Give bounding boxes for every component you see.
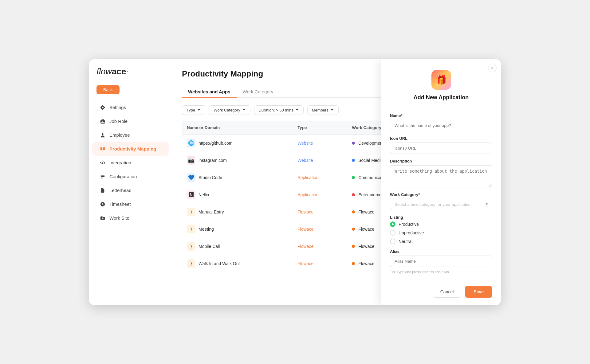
work-category-field-group: Work Category* Select a new category for… bbox=[390, 192, 492, 210]
app-type: Website bbox=[297, 141, 313, 146]
app-type: Website bbox=[297, 158, 313, 163]
productivity-mapping-icon bbox=[100, 146, 106, 152]
tab-work-category[interactable]: Work Category bbox=[237, 86, 280, 98]
sidebar-item-label: Employee bbox=[109, 132, 130, 138]
app-type: Flowace bbox=[297, 244, 313, 249]
chevron-down-icon bbox=[197, 108, 201, 112]
description-label: Description bbox=[390, 159, 492, 163]
cell-name: 📷 instagram.com bbox=[182, 152, 293, 169]
alias-input[interactable] bbox=[390, 256, 492, 267]
sidebar-item-label: Integration bbox=[109, 160, 131, 165]
configuration-icon bbox=[100, 174, 106, 180]
app-type: Flowace bbox=[297, 227, 313, 232]
category-dot bbox=[352, 262, 355, 265]
radio-unproductive[interactable]: Unproductive bbox=[390, 230, 492, 236]
sidebar-item-letterhead[interactable]: Letterhead bbox=[92, 184, 169, 197]
filter-members[interactable]: Members bbox=[307, 105, 339, 115]
radio-label-productive: Productive bbox=[399, 222, 419, 227]
timesheet-icon bbox=[100, 201, 106, 207]
sidebar-item-label: Letterhead bbox=[109, 188, 132, 193]
logo: flowace· bbox=[89, 67, 172, 85]
modal-close-button[interactable]: × bbox=[488, 64, 497, 72]
category-name: Flowace bbox=[358, 261, 374, 266]
filter-type[interactable]: Type bbox=[182, 105, 205, 115]
sidebar-item-work-site[interactable]: Work Site bbox=[92, 211, 169, 225]
app-row-icon: 🌐 bbox=[187, 139, 195, 147]
radio-neutral[interactable]: Neutral bbox=[390, 239, 492, 244]
save-button[interactable]: Save bbox=[465, 286, 492, 298]
radio-label-neutral: Neutral bbox=[399, 239, 412, 244]
category-name: Flowace bbox=[358, 244, 374, 249]
sidebar-item-configuration[interactable]: Configuration bbox=[92, 170, 169, 183]
app-name: Manual Entry bbox=[199, 209, 224, 214]
work-category-select[interactable]: Select a new category for your applicati… bbox=[390, 199, 492, 210]
integration-icon bbox=[100, 160, 106, 166]
tab-websites-apps[interactable]: Websites and Apps bbox=[182, 86, 237, 98]
icon-url-input[interactable] bbox=[390, 143, 492, 154]
app-row-icon: 📷 bbox=[187, 156, 195, 165]
modal-app-icon: 🎁 bbox=[431, 69, 452, 91]
category-dot bbox=[352, 228, 355, 231]
app-row-icon: ⟩ bbox=[187, 259, 195, 268]
category-name: Flowace bbox=[358, 227, 374, 232]
cancel-button[interactable]: Cancel bbox=[433, 286, 462, 298]
category-dot bbox=[352, 159, 355, 162]
app-name: Neflix bbox=[199, 192, 209, 197]
sidebar-item-job-role[interactable]: Job Role bbox=[92, 115, 169, 128]
app-window: flowace· Back Settings Job Role Employee… bbox=[89, 59, 501, 305]
category-name: Social Media bbox=[358, 158, 383, 163]
app-name: Mobile Call bbox=[199, 244, 220, 249]
app-type: Flowace bbox=[297, 261, 313, 266]
chevron-down-icon bbox=[242, 108, 246, 112]
work-site-icon bbox=[100, 215, 106, 221]
sidebar-item-productivity-mapping[interactable]: Productivity Mapping bbox=[92, 142, 169, 156]
description-textarea[interactable] bbox=[390, 165, 492, 187]
app-type: Application bbox=[297, 175, 319, 180]
name-field-group: Name* bbox=[390, 113, 492, 131]
sidebar-item-employee[interactable]: Employee bbox=[92, 128, 169, 142]
cell-name: ⟩ Manual Entry bbox=[182, 203, 293, 221]
category-name: Development bbox=[358, 141, 384, 146]
sidebar-item-label: Timesheet bbox=[109, 202, 131, 207]
nav-menu: Settings Job Role Employee Productivity … bbox=[89, 100, 172, 225]
cell-type: Application bbox=[293, 169, 347, 186]
col-header-name-or-domain: Name or Domain bbox=[182, 121, 293, 135]
radio-circle-neutral bbox=[390, 239, 395, 244]
cell-type: Application bbox=[293, 186, 347, 203]
radio-circle-productive bbox=[390, 221, 395, 227]
filter-duration[interactable]: Duration: > 60 mins bbox=[254, 105, 304, 115]
cell-type: Flowace bbox=[293, 238, 347, 255]
radio-productive[interactable]: Productive bbox=[390, 221, 492, 227]
sidebar-item-settings[interactable]: Settings bbox=[92, 101, 169, 114]
category-dot bbox=[352, 245, 355, 248]
icon-url-label: Icon URL bbox=[390, 136, 492, 141]
description-field-group: Description bbox=[390, 159, 492, 187]
app-name: Studio Code bbox=[199, 175, 222, 180]
category-dot bbox=[352, 210, 355, 213]
sidebar-item-label: Configuration bbox=[109, 174, 137, 179]
sidebar-item-label: Work Site bbox=[109, 215, 129, 221]
sidebar-item-timesheet[interactable]: Timesheet bbox=[92, 198, 169, 211]
listing-label: Listing bbox=[390, 215, 492, 220]
back-button[interactable]: Back bbox=[96, 85, 120, 94]
app-row-icon: ⟩ bbox=[187, 208, 195, 216]
radio-circle-unproductive bbox=[390, 230, 395, 236]
cell-type: Flowace bbox=[293, 203, 347, 221]
cell-name: 🅽 Neflix bbox=[182, 186, 293, 203]
cell-name: ⟩ Meeting bbox=[182, 221, 293, 238]
category-name: Flowace bbox=[358, 209, 374, 214]
app-row-icon: 🅽 bbox=[187, 190, 195, 199]
filter-work-category[interactable]: Work Category bbox=[209, 105, 250, 115]
alias-tip: Tip: Type and press enter to add alias bbox=[390, 270, 492, 274]
cell-name: ⟩ Walk In and Walk Out bbox=[182, 255, 293, 272]
listing-radio-group: Productive Unproductive Neutral bbox=[390, 221, 492, 244]
settings-icon bbox=[100, 104, 106, 111]
work-category-label: Work Category* bbox=[390, 192, 492, 197]
name-input[interactable] bbox=[390, 120, 492, 131]
filter-label: Members bbox=[312, 108, 328, 112]
modal-footer: Cancel Save bbox=[381, 281, 501, 305]
alias-label: Alias bbox=[390, 249, 492, 254]
app-row-icon: 💙 bbox=[187, 173, 195, 182]
sidebar: flowace· Back Settings Job Role Employee… bbox=[89, 59, 172, 305]
sidebar-item-integration[interactable]: Integration bbox=[92, 156, 169, 170]
